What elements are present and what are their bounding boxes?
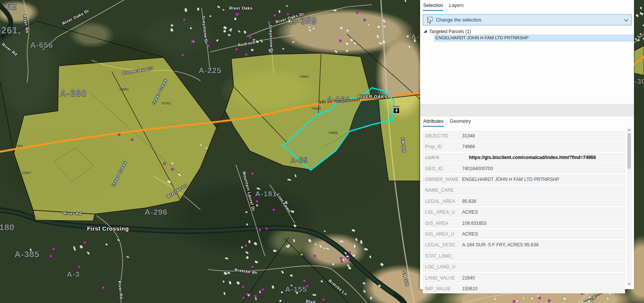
attribute-row: LAND_VALUE21640 xyxy=(423,273,625,283)
scroll-up-icon[interactable] xyxy=(627,128,632,132)
scroll-down-icon[interactable] xyxy=(627,281,632,286)
attribute-field: cadlink xyxy=(423,155,462,160)
scroll-thumb[interactable] xyxy=(627,133,631,169)
attribute-field: NAME_CARE xyxy=(423,187,462,193)
attribute-field: IMP_VALUE xyxy=(423,286,462,291)
attribute-value: A-164 SUR- 5 F FRY, ACRES 95.638 xyxy=(462,242,538,248)
attribute-field: LAND_VALUE xyxy=(423,275,462,281)
attribute-field: GIS_AREA_U xyxy=(423,231,462,237)
attribute-row: GIS_AREA109.631653 xyxy=(423,218,625,228)
attribute-row: GEO_ID740164000700 xyxy=(423,164,625,173)
attribute-value: 95.638 xyxy=(462,199,476,204)
attributes-scrollbar[interactable] xyxy=(627,128,632,286)
attribute-value: 153610 xyxy=(462,286,478,291)
attribute-table: OBJECTID31348Prop_ID74966cadlinkhttps://… xyxy=(423,131,625,295)
attribute-row: OBJECTID31348 xyxy=(423,131,625,141)
select-tool-icon xyxy=(425,16,434,24)
attribute-value: 740164000700 xyxy=(462,166,493,171)
attribute-field: LOC_LAND_U xyxy=(423,264,462,270)
attribute-value: ENGELHARDT JOHN H FAM LTD PRTNRSHP xyxy=(462,177,559,182)
parcel-list-item[interactable]: ENGELHARDT JOHN H FAM LTD PRTNRSHP xyxy=(434,35,634,42)
tab-geometry[interactable]: Geometry xyxy=(449,118,471,127)
attribute-row: LEGAL_AREA95.638 xyxy=(423,196,625,206)
tab-attributes[interactable]: Attributes xyxy=(423,118,444,127)
attribute-value: ACRES xyxy=(462,231,478,237)
attribute-field: OBJECTID xyxy=(423,133,462,139)
attribute-field: GEO_ID xyxy=(423,166,462,171)
attribute-field: GIS_AREA xyxy=(423,221,462,226)
chevron-down-icon xyxy=(624,18,629,21)
attribute-row: LGL_AREA_UACRES xyxy=(423,208,625,217)
attribute-field: Prop_ID xyxy=(423,144,462,149)
attribute-row: LEGAL_DESCA-164 SUR- 5 F FRY, ACRES 95.6… xyxy=(423,240,625,250)
attribute-field: LEGAL_AREA xyxy=(423,199,462,204)
attribute-field: LEGAL_DESC xyxy=(423,242,462,248)
attribute-row: cadlinkhttps://gis.bisclient.com/comalca… xyxy=(423,153,625,162)
attribute-value: 74966 xyxy=(462,144,475,149)
attribute-value: 21640 xyxy=(462,275,475,281)
change-selection-dropdown[interactable]: Change the selection. xyxy=(423,14,632,25)
attribute-field: STAT_LAND_ xyxy=(423,253,462,259)
attribute-row: Prop_ID74966 xyxy=(423,142,625,151)
attribute-field: OWNER_NAME xyxy=(423,177,462,182)
group-label: Targeted Parcels (1) xyxy=(429,29,471,34)
attribute-row: IMP_VALUE153610 xyxy=(423,284,625,293)
expander-icon[interactable] xyxy=(423,29,427,34)
dropdown-label: Change the selection. xyxy=(436,17,483,23)
detail-tabs: Attributes Geometry xyxy=(423,118,471,127)
attribute-row: GIS_AREA_UACRES xyxy=(423,229,625,239)
attribute-value: 31348 xyxy=(462,133,475,139)
attribute-row: NAME_CARE xyxy=(423,186,625,195)
tab-selection[interactable]: Selection xyxy=(423,2,443,11)
tab-layers[interactable]: Layers xyxy=(449,2,464,11)
panel-splitter[interactable] xyxy=(420,104,634,116)
targeted-parcels-group[interactable]: Targeted Parcels (1) xyxy=(423,29,471,34)
selection-panel: Selection Layers Change the selection. T… xyxy=(420,0,634,289)
attribute-value-link[interactable]: https://gis.bisclient.com/comalcad/index… xyxy=(462,155,596,160)
attribute-row: OWNER_NAMEENGELHARDT JOHN H FAM LTD PRTN… xyxy=(423,175,625,184)
attribute-field: LGL_AREA_U xyxy=(423,209,462,215)
panel-tabs: Selection Layers xyxy=(423,2,464,11)
attribute-row: STAT_LAND_ xyxy=(423,251,625,261)
attribute-value: 109.631653 xyxy=(462,221,486,226)
attribute-value: ACRES xyxy=(462,209,478,215)
attribute-row: LOC_LAND_U xyxy=(423,262,625,272)
